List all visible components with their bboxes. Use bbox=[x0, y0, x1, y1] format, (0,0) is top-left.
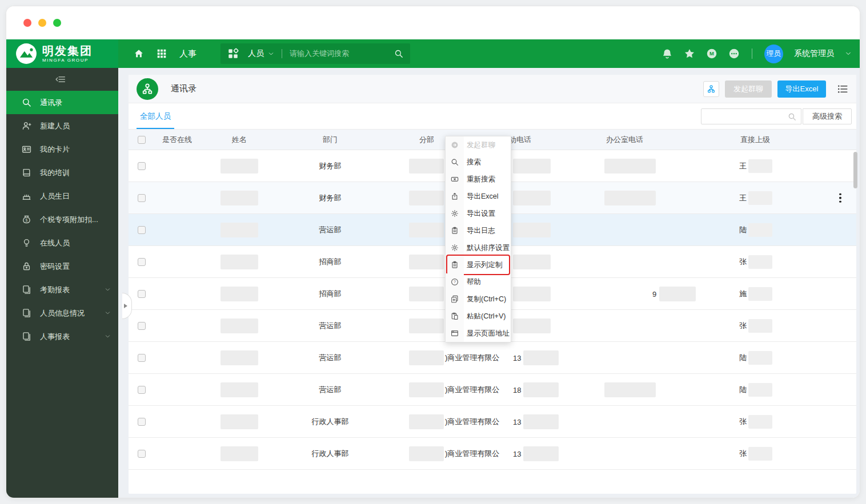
row-checkbox[interactable] bbox=[138, 418, 146, 426]
supervisor-cell: 张 bbox=[739, 449, 747, 459]
menu-item-label: 导出设置 bbox=[467, 209, 495, 219]
divider bbox=[282, 49, 282, 58]
redacted-supervisor bbox=[748, 383, 772, 397]
tab-all-people[interactable]: 全部人员 bbox=[137, 103, 174, 129]
redacted-supervisor bbox=[748, 415, 772, 429]
search-scope-dropdown[interactable]: 人员 bbox=[248, 49, 274, 59]
department-cell: 营运部 bbox=[280, 225, 380, 235]
sidebar-collapse-row bbox=[6, 68, 118, 91]
brand-name-cn: 明发集团 bbox=[42, 45, 93, 57]
header-actions: M 理员 系统管理员 bbox=[661, 39, 852, 68]
menu-icon-gutter bbox=[446, 154, 464, 171]
app-title[interactable]: 人事 bbox=[179, 49, 197, 59]
group-chat-button[interactable]: 发起群聊 bbox=[725, 80, 772, 98]
row-checkbox[interactable] bbox=[138, 258, 146, 266]
context-menu-item[interactable]: 复制(Ctrl+C) bbox=[446, 291, 511, 308]
sidebar-item-label: 我的卡片 bbox=[40, 144, 70, 155]
sidebar-item-label: 考勤报表 bbox=[40, 285, 70, 295]
context-menu-item[interactable]: 导出日志 bbox=[446, 222, 511, 239]
department-cell: 财务部 bbox=[280, 161, 380, 171]
row-actions-kebab-icon[interactable] bbox=[837, 191, 844, 205]
context-menu-item[interactable]: 搜索 bbox=[446, 154, 511, 171]
redacted-mobile bbox=[513, 223, 551, 237]
context-menu-item[interactable]: ?帮助 bbox=[446, 273, 511, 291]
redacted-office-phone bbox=[604, 191, 656, 205]
expand-arrow-icon bbox=[124, 304, 127, 308]
row-checkbox[interactable] bbox=[138, 322, 146, 330]
redacted-name bbox=[220, 191, 258, 205]
menu-item-label: 导出Excel bbox=[467, 192, 499, 201]
context-menu-item[interactable]: 重新搜索 bbox=[446, 171, 511, 188]
row-checkbox[interactable] bbox=[138, 386, 146, 394]
more-options-icon[interactable] bbox=[728, 48, 740, 59]
sidebar-item[interactable]: 人员信息情况 bbox=[6, 301, 118, 325]
id-card-icon bbox=[22, 144, 31, 154]
notifications-bell-icon[interactable] bbox=[661, 48, 673, 59]
advanced-search-button[interactable]: 高级搜索 bbox=[803, 108, 852, 124]
window-close-button[interactable] bbox=[23, 19, 31, 27]
table-row[interactable]: 行政人事部)商业管理有限公13张 bbox=[129, 438, 856, 470]
user-menu-chevron-icon[interactable] bbox=[845, 50, 852, 57]
user-avatar[interactable]: 理员 bbox=[764, 45, 783, 63]
redacted-supervisor bbox=[748, 191, 772, 205]
redacted-supervisor bbox=[748, 159, 772, 173]
apps-grid-icon[interactable] bbox=[157, 49, 167, 59]
svg-text:M: M bbox=[709, 51, 714, 57]
category-icon[interactable] bbox=[227, 48, 239, 59]
sidebar-item[interactable]: 通讯录 bbox=[6, 91, 118, 114]
context-menu: 发起群聊搜索重新搜索导出Excel导出设置导出日志默认排序设置显示列定制?帮助复… bbox=[445, 136, 511, 342]
row-checkbox[interactable] bbox=[138, 354, 146, 362]
context-menu-item[interactable]: 默认排序设置 bbox=[446, 239, 511, 256]
context-menu-item[interactable]: 导出Excel bbox=[446, 188, 511, 205]
user-name: 系统管理员 bbox=[794, 49, 834, 59]
sidebar-item[interactable]: 人事报表 bbox=[6, 325, 118, 348]
department-cell: 营运部 bbox=[280, 353, 380, 363]
table-row[interactable]: 行政人事部)商业管理有限公13张 bbox=[129, 406, 856, 438]
table-row[interactable]: 营运部)商业管理有限公13陆 bbox=[129, 342, 856, 374]
column-header: 直接上级 bbox=[740, 130, 770, 150]
export-excel-button[interactable]: 导出Excel bbox=[777, 80, 826, 98]
select-all-checkbox[interactable] bbox=[138, 136, 146, 144]
book-icon bbox=[22, 168, 31, 178]
list-settings-icon[interactable] bbox=[837, 83, 848, 95]
context-menu-item[interactable]: 粘贴(Ctrl+V) bbox=[446, 308, 511, 325]
favorites-star-icon[interactable] bbox=[684, 48, 695, 59]
gear-icon bbox=[451, 209, 459, 217]
sidebar-item[interactable]: 新建人员 bbox=[6, 114, 118, 138]
row-checkbox[interactable] bbox=[138, 290, 146, 298]
sidebar-item[interactable]: 我的培训 bbox=[6, 161, 118, 184]
window-minimize-button[interactable] bbox=[38, 19, 46, 27]
sidebar-item[interactable]: $个税专项附加扣... bbox=[6, 208, 118, 231]
table-search-input[interactable] bbox=[701, 108, 801, 124]
table-row[interactable]: 营运部)商业管理有限公18陆 bbox=[129, 374, 856, 406]
chevron-down-icon bbox=[268, 51, 274, 57]
row-checkbox[interactable] bbox=[138, 226, 146, 234]
org-structure-button[interactable] bbox=[703, 81, 719, 97]
row-checkbox[interactable] bbox=[138, 450, 146, 458]
sidebar-collapse-icon[interactable] bbox=[55, 74, 66, 84]
person-add-icon bbox=[22, 121, 31, 131]
row-checkbox[interactable] bbox=[138, 194, 146, 202]
department-cell: 招商部 bbox=[280, 289, 380, 299]
home-icon[interactable] bbox=[134, 49, 144, 59]
mobile-phone-cell: 18 bbox=[513, 385, 521, 394]
department-cell: 财务部 bbox=[280, 193, 380, 203]
menu-item-label: 粘贴(Ctrl+V) bbox=[467, 312, 506, 321]
search-icon bbox=[788, 112, 796, 121]
sidebar-item[interactable]: 考勤报表 bbox=[6, 278, 118, 301]
sidebar-item[interactable]: 人员生日 bbox=[6, 184, 118, 208]
context-menu-item[interactable]: 显示列定制 bbox=[446, 256, 511, 273]
messages-icon[interactable]: M bbox=[706, 48, 717, 59]
panel-header: 通讯录 发起群聊 导出Excel bbox=[129, 75, 856, 103]
row-checkbox[interactable] bbox=[138, 162, 146, 170]
context-menu-item[interactable]: 显示页面地址 bbox=[446, 325, 511, 342]
sidebar-item-label: 我的培训 bbox=[40, 168, 70, 178]
sidebar-item[interactable]: 我的卡片 bbox=[6, 138, 118, 161]
search-input[interactable]: 请输入关键词搜索 bbox=[290, 49, 394, 59]
search-icon[interactable] bbox=[394, 49, 403, 58]
vertical-scrollbar[interactable] bbox=[853, 152, 857, 188]
sidebar-item[interactable]: 密码设置 bbox=[6, 255, 118, 278]
window-zoom-button[interactable] bbox=[53, 19, 61, 27]
context-menu-item[interactable]: 导出设置 bbox=[446, 205, 511, 222]
sidebar-item[interactable]: 在线人员 bbox=[6, 231, 118, 255]
